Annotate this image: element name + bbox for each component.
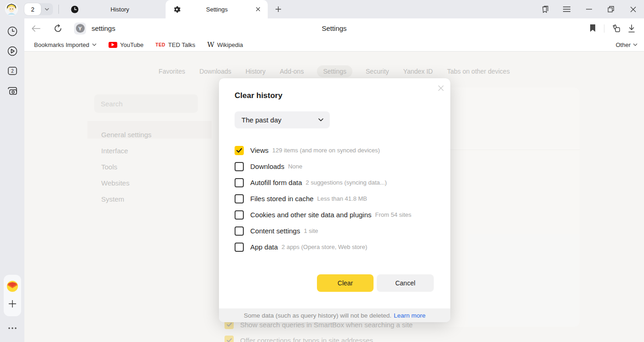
sidebar-item-websites[interactable]: Websites	[101, 179, 129, 187]
option-meta: Less than 41.8 MB	[317, 195, 367, 202]
sidebar-item-tools[interactable]: Tools	[101, 163, 117, 171]
tab-label: Settings	[181, 6, 253, 13]
app-data-checkbox[interactable]	[235, 243, 244, 252]
address-bar-url[interactable]: settings	[92, 24, 115, 32]
minimize-icon[interactable]	[578, 0, 600, 18]
settings-search-input[interactable]: Search	[94, 94, 198, 113]
option-label: Content settings	[250, 227, 300, 235]
tab-counter[interactable]: 2	[24, 3, 41, 15]
divider	[604, 24, 604, 33]
history-clock-icon[interactable]	[4, 23, 21, 40]
nav-tab-security[interactable]: Security	[365, 65, 390, 77]
option-views[interactable]: Views 129 items (and more on synced devi…	[235, 142, 434, 158]
nav-tab-other-devices[interactable]: Tabs on other devices	[446, 65, 511, 77]
bookmark-label: Wikipedia	[217, 41, 243, 48]
cache-checkbox[interactable]	[235, 194, 244, 203]
gear-icon	[173, 6, 181, 13]
option-autofill[interactable]: Autofill form data 2 suggestions (syncin…	[235, 174, 434, 191]
tab-label: History	[79, 6, 161, 13]
nav-tab-favorites[interactable]: Favorites	[158, 65, 186, 77]
checkbox-checked-icon	[224, 336, 234, 342]
side-panels-icon[interactable]	[534, 0, 556, 18]
yandex-browser-logo[interactable]	[4, 278, 21, 295]
divider	[58, 5, 59, 14]
more-ellipsis-icon[interactable]	[4, 320, 21, 336]
folder-label: Bookmarks Imported	[34, 41, 89, 48]
option-label: Cookies and other site data and plugins	[250, 211, 372, 219]
bookmarks-bar: Bookmarks Imported YouTube TED TED Talks…	[24, 38, 644, 52]
option-label: Views	[250, 146, 269, 154]
new-tab-button[interactable]	[271, 2, 285, 16]
option-content-settings[interactable]: Content settings 1 site	[235, 223, 434, 239]
site-badge[interactable]: Y	[74, 23, 86, 35]
time-period-select[interactable]: The past day	[235, 111, 330, 128]
close-window-icon[interactable]	[622, 0, 644, 18]
yandex-site-icon: Y	[76, 24, 85, 33]
download-icon[interactable]	[624, 21, 639, 36]
nav-tab-downloads[interactable]: Downloads	[198, 65, 232, 77]
bookmark-label: TED Talks	[168, 41, 196, 48]
modal-footer: Some data (such as query history) will n…	[219, 308, 450, 322]
user-avatar[interactable]	[5, 3, 18, 16]
modal-close-icon[interactable]	[435, 82, 447, 94]
wikipedia-icon: W	[207, 41, 214, 49]
option-label: Downloads	[250, 162, 284, 170]
ted-icon: TED	[155, 42, 166, 47]
bookmarks-imported-folder[interactable]: Bookmarks Imported	[34, 41, 97, 48]
chevron-down-icon	[92, 43, 97, 46]
maximize-icon[interactable]	[600, 0, 622, 18]
nav-tab-yandex-id[interactable]: Yandex ID	[402, 65, 434, 77]
back-icon[interactable]	[28, 21, 44, 36]
bookmark-wikipedia[interactable]: W Wikipedia	[207, 41, 243, 49]
footer-note: Some data (such as query history) will n…	[244, 312, 391, 319]
tab-settings[interactable]: Settings	[166, 0, 268, 18]
tabs-panel-icon[interactable]: 2	[4, 63, 21, 79]
autofill-checkbox[interactable]	[235, 178, 244, 187]
settings-nav-tabs: Favorites Downloads History Add-ons Sett…	[24, 65, 644, 77]
content-settings-checkbox[interactable]	[235, 226, 244, 236]
period-value: The past day	[242, 116, 282, 124]
close-tab-icon[interactable]	[253, 4, 263, 14]
option-cache[interactable]: Files stored in cache Less than 41.8 MB	[235, 191, 434, 207]
option-label: Offer corrections for typos in site addr…	[240, 336, 373, 342]
page-title: Settings	[322, 24, 346, 32]
clear-button[interactable]: Clear	[317, 274, 374, 292]
downloads-checkbox[interactable]	[235, 162, 244, 171]
sidebar-item-interface[interactable]: Interface	[101, 147, 128, 155]
option-app-data[interactable]: App data 2 apps (Opera store, Web store)	[235, 239, 434, 255]
learn-more-link[interactable]: Learn more	[394, 312, 426, 319]
modal-title: Clear history	[235, 91, 434, 100]
cancel-button[interactable]: Cancel	[377, 274, 434, 292]
nav-tab-history[interactable]: History	[245, 65, 267, 77]
option-meta: 2 apps (Opera store, Web store)	[282, 243, 367, 250]
option-typo-corrections[interactable]: Offer corrections for typos in site addr…	[224, 336, 373, 342]
option-label: App data	[250, 243, 278, 251]
add-panel-plus-icon[interactable]	[4, 296, 21, 312]
nav-tab-addons[interactable]: Add-ons	[279, 65, 305, 77]
option-cookies[interactable]: Cookies and other site data and plugins …	[235, 207, 434, 223]
option-label: Files stored in cache	[250, 195, 314, 203]
chevron-down-icon[interactable]	[41, 3, 53, 15]
svg-text:2: 2	[11, 69, 14, 74]
clock-icon	[71, 6, 79, 13]
bookmark-ted-talks[interactable]: TED TED Talks	[155, 41, 196, 48]
cookies-checkbox[interactable]	[235, 210, 244, 220]
other-bookmarks-dropdown[interactable]: Other	[615, 41, 638, 48]
screenshot-camera-icon[interactable]	[4, 82, 21, 99]
option-meta: 1 site	[304, 227, 318, 234]
player-icon[interactable]	[4, 43, 21, 59]
bookmark-icon[interactable]	[585, 21, 600, 36]
bookmark-youtube[interactable]: YouTube	[109, 41, 144, 48]
views-checkbox[interactable]	[235, 146, 244, 155]
sidebar-item-system[interactable]: System	[101, 195, 124, 203]
tab-history[interactable]: History	[63, 0, 166, 18]
option-downloads[interactable]: Downloads None	[235, 158, 434, 174]
collections-icon[interactable]	[608, 21, 624, 36]
toolbar: Y settings Settings	[24, 18, 644, 38]
other-label: Other	[615, 41, 631, 48]
menu-icon[interactable]	[556, 0, 578, 18]
option-meta: None	[288, 163, 302, 170]
sidebar-item-general-settings[interactable]: General settings	[101, 131, 151, 139]
reload-icon[interactable]	[50, 21, 66, 36]
nav-tab-settings[interactable]: Settings	[317, 65, 352, 77]
